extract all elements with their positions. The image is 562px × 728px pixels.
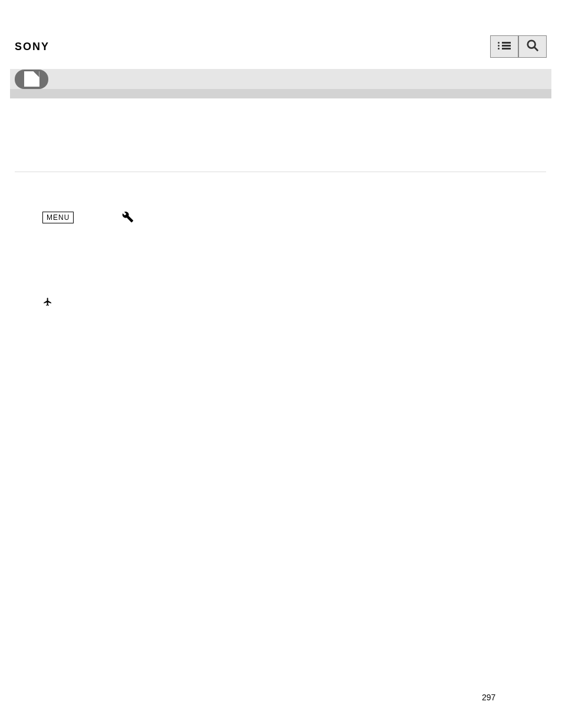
wrench-icon [122, 211, 134, 223]
airplane-icon [43, 297, 52, 307]
header-icons-container [490, 35, 547, 58]
divider [15, 172, 546, 172]
sub-header [10, 69, 551, 89]
document-icon[interactable] [15, 70, 48, 89]
brand-logo: SONY [15, 41, 49, 53]
list-button[interactable] [490, 35, 518, 58]
list-icon [498, 42, 511, 51]
search-icon [526, 39, 539, 54]
svg-point-0 [528, 41, 535, 48]
search-button[interactable] [518, 35, 547, 58]
header-bar: SONY [10, 24, 551, 69]
page-number: 297 [482, 693, 495, 702]
menu-label: MENU [42, 212, 74, 223]
svg-line-1 [534, 47, 538, 51]
